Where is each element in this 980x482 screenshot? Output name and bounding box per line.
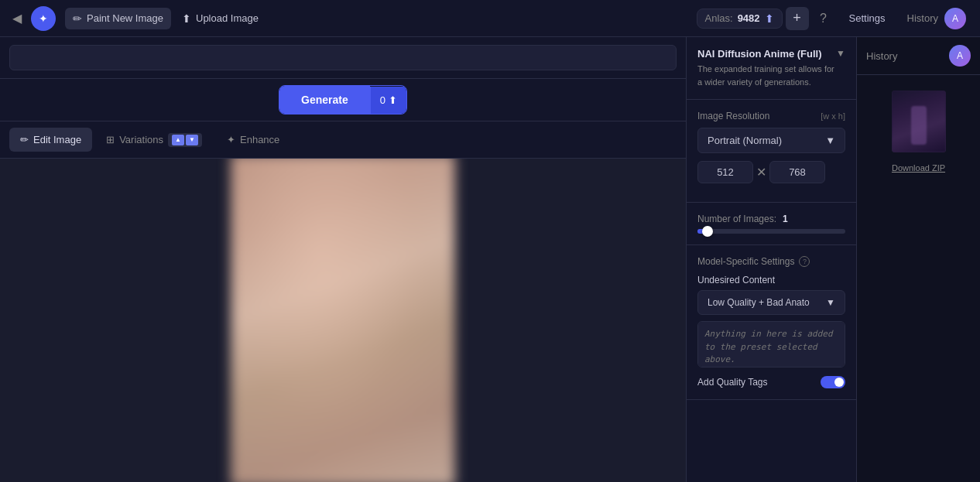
add-quality-row: Add Quality Tags <box>697 376 845 388</box>
undesired-content-label: Undesired Content <box>697 275 845 285</box>
cost-icon: ⬆ <box>389 94 397 106</box>
avatar: A <box>944 8 966 29</box>
tab-enhance[interactable]: ✦ Enhance <box>216 128 290 152</box>
prompt-bar <box>0 37 686 79</box>
history-avatar: A <box>949 45 971 67</box>
model-info-section: NAI Diffusion Anime (Full) The expanded … <box>687 37 856 100</box>
history-header: History A <box>857 37 980 75</box>
quality-tags-toggle[interactable] <box>821 376 845 388</box>
anlas-display: Anlas: 9482 ⬆ <box>697 9 783 29</box>
undesired-content-textarea[interactable] <box>697 321 845 367</box>
generate-wrapper: Generate 0 ⬆ <box>279 85 407 115</box>
resolution-inputs: ✕ <box>697 161 845 183</box>
prompt-input[interactable] <box>9 45 677 70</box>
model-title: NAI Diffusion Anime (Full) <box>697 48 836 60</box>
paint-new-image-button[interactable]: ✏ Paint New Image <box>65 8 171 29</box>
model-expand-icon[interactable]: ▼ <box>836 48 845 59</box>
history-panel: History A Download ZIP <box>856 37 980 482</box>
model-description: The expanded training set allows for a w… <box>697 63 836 88</box>
download-zip-button[interactable]: Download ZIP <box>889 160 948 176</box>
enhance-icon: ✦ <box>227 134 235 145</box>
num-images-row: Number of Images: 1 <box>697 214 845 224</box>
variation-icons: ▲ ▼ <box>168 133 202 147</box>
left-panel: Generate 0 ⬆ ✏ Edit Image ⊞ Variations ▲… <box>0 37 686 482</box>
height-input[interactable] <box>769 161 825 183</box>
num-images-section: Number of Images: 1 <box>687 203 856 245</box>
logo-icon: ✦ <box>31 6 56 31</box>
model-specific-section: Model-Specific Settings ? Undesired Cont… <box>687 245 856 400</box>
back-button[interactable]: ◀ <box>6 8 28 29</box>
history-thumbnail[interactable] <box>892 91 946 152</box>
resolution-label: Image Resolution [w x h] <box>697 111 845 121</box>
model-specific-help-icon[interactable]: ? <box>799 256 810 267</box>
undesired-content-dropdown[interactable]: Low Quality + Bad Anato ▼ <box>697 290 845 315</box>
tab-bar: ✏ Edit Image ⊞ Variations ▲ ▼ ✦ Enhance <box>0 121 686 159</box>
canvas-image <box>231 159 455 482</box>
paint-icon: ✏ <box>73 12 82 25</box>
width-input[interactable] <box>697 161 753 183</box>
generate-cost: 0 ⬆ <box>370 87 406 114</box>
slider-thumb <box>702 226 713 237</box>
resolution-section: Image Resolution [w x h] Portrait (Norma… <box>687 100 856 203</box>
model-specific-title: Model-Specific Settings ? <box>697 256 845 267</box>
multiply-icon: ✕ <box>756 165 766 179</box>
help-button[interactable]: ? <box>812 7 835 30</box>
variations-icon: ⊞ <box>106 134 115 145</box>
edit-icon: ✏ <box>20 134 29 145</box>
resolution-dropdown[interactable]: Portrait (Normal) ▼ <box>697 128 845 153</box>
canvas-area <box>0 159 686 482</box>
right-panel: NAI Diffusion Anime (Full) The expanded … <box>686 37 856 482</box>
upload-image-button[interactable]: ⬆ Upload Image <box>174 8 266 29</box>
add-button[interactable]: + <box>786 7 809 30</box>
main-layout: Generate 0 ⬆ ✏ Edit Image ⊞ Variations ▲… <box>0 37 980 482</box>
settings-button[interactable]: Settings <box>838 8 896 29</box>
var-icon-2: ▼ <box>186 135 198 145</box>
toggle-track <box>821 376 845 388</box>
dropdown-chevron-icon: ▼ <box>825 135 835 146</box>
undesired-dropdown-icon: ▼ <box>826 297 835 308</box>
toggle-thumb <box>834 378 844 387</box>
anlas-icon: ⬆ <box>765 12 774 25</box>
num-images-slider[interactable] <box>697 229 845 234</box>
tab-edit-image[interactable]: ✏ Edit Image <box>9 128 92 152</box>
upload-icon: ⬆ <box>182 12 191 25</box>
var-icon-1: ▲ <box>172 135 184 145</box>
top-navigation: ◀ ✦ ✏ Paint New Image ⬆ Upload Image Anl… <box>0 0 980 37</box>
tab-variations[interactable]: ⊞ Variations ▲ ▼ <box>95 127 213 153</box>
history-section: History A <box>899 5 974 32</box>
generate-button[interactable]: Generate <box>279 86 370 114</box>
